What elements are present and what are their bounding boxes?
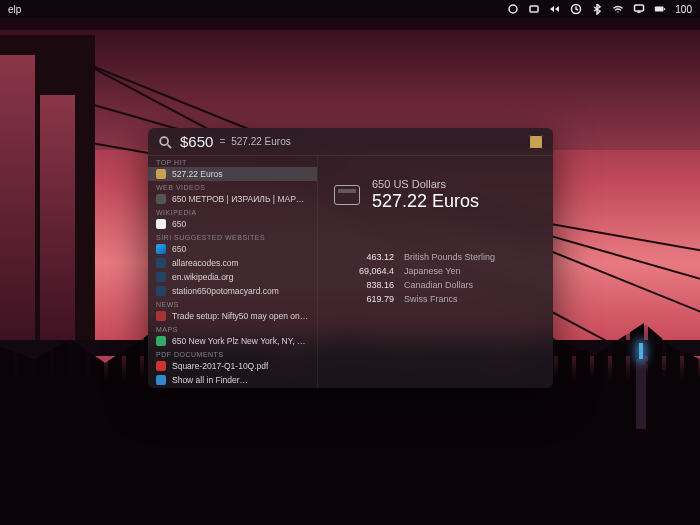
spotlight-detail-pane: 650 US Dollars 527.22 Euros 463.12Britis… [318, 156, 553, 388]
equals-sign: = [219, 136, 225, 147]
result-label: 650 [172, 244, 186, 254]
result-label: 650 МЕТРОВ | ИЗРАИЛЬ | МАРЬЯ… [172, 194, 309, 204]
result-label: Square-2017-Q1-10Q.pdf [172, 361, 268, 371]
result-row[interactable]: 527.22 Euros [148, 167, 317, 181]
result-row[interactable]: 650 МЕТРОВ | ИЗРАИЛЬ | МАРЬЯ… [148, 192, 317, 206]
calc-icon [156, 169, 166, 179]
rate-currency: British Pounds Sterling [404, 252, 537, 262]
menubar-app-menu[interactable]: elp [8, 4, 21, 15]
calculator-thumb-icon [529, 135, 543, 149]
conversion-rates-table: 463.12British Pounds Sterling69,064.4Jap… [334, 252, 537, 304]
rate-value: 463.12 [334, 252, 394, 262]
result-label: 650 [172, 219, 186, 229]
result-row[interactable]: Square-2017-Q1-10Q.pdf [148, 359, 317, 373]
results-group-header: NEWS [148, 298, 317, 309]
spotlight-panel: $650 = 527.22 Euros TOP HIT527.22 EurosW… [148, 128, 553, 388]
result-row[interactable]: 650 [148, 242, 317, 256]
bluetooth-icon[interactable] [591, 3, 603, 15]
url-icon [156, 272, 166, 282]
safari-icon [156, 244, 166, 254]
spotlight-query[interactable]: $650 [180, 133, 213, 150]
rate-value: 838.16 [334, 280, 394, 290]
result-label: 527.22 Euros [172, 169, 223, 179]
svg-point-0 [509, 5, 517, 13]
rate-currency: Swiss Francs [404, 294, 537, 304]
currency-card-icon [334, 185, 360, 205]
result-label: en.wikipedia.org [172, 272, 233, 282]
video-icon [156, 194, 166, 204]
wifi-icon[interactable] [612, 3, 624, 15]
clock-icon[interactable] [570, 3, 582, 15]
menu-extra-icon[interactable] [549, 3, 561, 15]
result-row[interactable]: 650 New York Plz New York, NY, U… [148, 334, 317, 348]
result-label: Show all in Finder… [172, 375, 248, 385]
city-skyline [0, 395, 700, 525]
svg-rect-3 [635, 5, 644, 11]
svg-rect-4 [655, 6, 664, 11]
result-label: station650potomacyard.com [172, 286, 279, 296]
result-row[interactable]: 650 [148, 217, 317, 231]
result-row[interactable]: Trade setup: Nifty50 may open on… [148, 309, 317, 323]
svg-point-6 [160, 137, 168, 145]
results-group-header: SIRI SUGGESTED WEBSITES [148, 231, 317, 242]
search-icon [158, 135, 172, 149]
rate-value: 619.79 [334, 294, 394, 304]
rate-value: 69,064.4 [334, 266, 394, 276]
results-group-header: MAPS [148, 323, 317, 334]
result-row[interactable]: station650potomacyard.com [148, 284, 317, 298]
svg-rect-1 [530, 6, 538, 12]
battery-icon[interactable] [654, 3, 666, 15]
map-icon [156, 336, 166, 346]
result-row[interactable]: Show all in Finder… [148, 373, 317, 387]
rate-currency: Japanese Yen [404, 266, 537, 276]
pdf-icon [156, 361, 166, 371]
results-group-header: PDF DOCUMENTS [148, 348, 317, 359]
rate-currency: Canadian Dollars [404, 280, 537, 290]
spotlight-inline-result: 527.22 Euros [231, 136, 291, 147]
menu-extra-icon[interactable] [507, 3, 519, 15]
result-label: Trade setup: Nifty50 may open on… [172, 311, 308, 321]
result-row[interactable]: allareacodes.com [148, 256, 317, 270]
result-label: allareacodes.com [172, 258, 239, 268]
result-label: 650 New York Plz New York, NY, U… [172, 336, 309, 346]
results-group-header: WEB VIDEOS [148, 181, 317, 192]
result-row[interactable]: en.wikipedia.org [148, 270, 317, 284]
results-group-header: TOP HIT [148, 156, 317, 167]
results-group-header: WIKIPEDIA [148, 206, 317, 217]
spotlight-results-list: TOP HIT527.22 EurosWEB VIDEOS650 МЕТРОВ … [148, 156, 318, 388]
url-icon [156, 258, 166, 268]
finder-icon [156, 375, 166, 385]
conversion-from: 650 US Dollars [372, 178, 479, 190]
news-icon [156, 311, 166, 321]
empire-state-building [636, 359, 646, 429]
url-icon [156, 286, 166, 296]
conversion-to: 527.22 Euros [372, 191, 479, 212]
spotlight-search-row[interactable]: $650 = 527.22 Euros [148, 128, 553, 156]
svg-rect-5 [664, 8, 665, 10]
menu-extra-icon[interactable] [528, 3, 540, 15]
menubar: elp 100 [0, 0, 700, 18]
airplay-icon[interactable] [633, 3, 645, 15]
wiki-icon [156, 219, 166, 229]
battery-percent: 100 [675, 4, 692, 15]
